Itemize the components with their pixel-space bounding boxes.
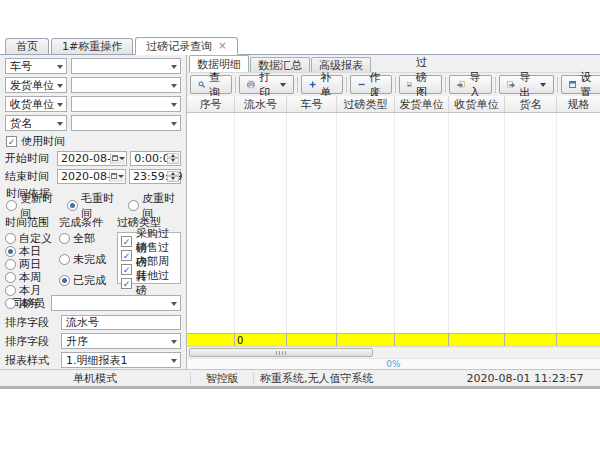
- radio-icon: [6, 200, 17, 211]
- chevron-down-icon: [171, 359, 177, 363]
- vehicle-value-combo[interactable]: [71, 58, 181, 74]
- radio-unfinished[interactable]: 未完成: [59, 253, 117, 265]
- start-time-label: 开始时间: [5, 151, 57, 166]
- field-selector-vehicle[interactable]: 车号: [5, 58, 67, 74]
- calendar-icon[interactable]: [110, 153, 125, 164]
- finish-label: 完成条件: [59, 215, 117, 230]
- supplement-order-button[interactable]: 补单: [301, 75, 343, 94]
- chevron-down-icon: [540, 83, 546, 87]
- import-icon: [457, 79, 465, 90]
- query-button[interactable]: 查询: [190, 75, 232, 94]
- filter-row-receiver: 收货单位: [5, 96, 181, 112]
- close-icon[interactable]: ×: [218, 41, 226, 51]
- field-selector-receiver[interactable]: 收货单位: [5, 96, 67, 112]
- field-selector-shipper[interactable]: 发货单位: [5, 77, 67, 93]
- toolbar-separator: [395, 77, 396, 93]
- summary-count: 0: [235, 334, 287, 346]
- export-button[interactable]: 导出: [499, 75, 554, 94]
- end-time-input[interactable]: 23:59:59: [129, 169, 181, 184]
- checkbox-checked-icon: ✓: [6, 136, 17, 147]
- use-time-checkbox[interactable]: ✓ 使用时间: [6, 134, 181, 148]
- receiver-value-combo[interactable]: [71, 96, 181, 112]
- toolbar-separator: [235, 77, 236, 93]
- weigh-photo-button[interactable]: 过磅图片: [399, 75, 442, 94]
- radio-tare-time[interactable]: 皮重时间: [128, 200, 181, 212]
- tab-weigh-record-query[interactable]: 过磅记录查询 ×: [135, 37, 237, 55]
- time-spinner[interactable]: [167, 153, 179, 164]
- report-style-row: 报表样式 1.明细报表1: [5, 351, 181, 369]
- column-header-vehicle[interactable]: 车号: [287, 96, 337, 112]
- radio-custom[interactable]: 自定义: [5, 232, 59, 244]
- end-date-input[interactable]: 2020-08-01: [57, 169, 126, 184]
- screen: 首页 1#称重操作 过磅记录查询 × 车号: [0, 0, 600, 450]
- settings-icon: [569, 79, 576, 90]
- status-edition: 智控版: [191, 370, 253, 386]
- goods-value-combo[interactable]: [71, 115, 181, 131]
- print-button[interactable]: 打印: [239, 75, 294, 94]
- radio-gross-time[interactable]: 毛重时间: [67, 200, 120, 212]
- data-panel: 数据明细 数据汇总 高级报表 查询: [186, 55, 600, 369]
- radio-finished[interactable]: 已完成: [59, 274, 117, 286]
- column-header-serial[interactable]: 流水号: [235, 96, 287, 112]
- picture-icon: [407, 79, 412, 90]
- radio-icon: [5, 259, 16, 270]
- status-system-name: 称重系统,无人值守系统: [254, 370, 450, 386]
- checkbox-other-weigh[interactable]: ✓其他过磅: [121, 277, 177, 289]
- chevron-down-icon: [171, 65, 177, 69]
- weigher-combo[interactable]: [51, 295, 181, 311]
- void-button[interactable]: 作废: [350, 75, 392, 94]
- column-header-receiver[interactable]: 收货单位: [449, 96, 505, 112]
- status-bar: 单机模式 智控版 称重系统,无人值守系统 2020-08-01 11:23:57: [0, 369, 600, 386]
- toolbar-separator: [557, 77, 558, 93]
- grid-body[interactable]: [187, 113, 600, 333]
- main-area: 车号 发货单位: [0, 55, 600, 369]
- column-header-shipper[interactable]: 发货单位: [395, 96, 449, 112]
- radio-two-days[interactable]: 两日: [5, 258, 59, 270]
- chevron-down-icon: [171, 122, 177, 126]
- column-header-goods[interactable]: 货名: [505, 96, 557, 112]
- radio-this-week[interactable]: 本周: [5, 271, 59, 283]
- field-selector-vehicle-label: 车号: [10, 59, 32, 74]
- radio-all[interactable]: 全部: [59, 232, 117, 244]
- field-selector-goods[interactable]: 货名: [5, 115, 67, 131]
- chevron-down-icon: [171, 302, 177, 306]
- tab-weigh-operation-label: 1#称重操作: [62, 39, 122, 54]
- sort-field-input[interactable]: 流水号: [61, 315, 181, 330]
- main-tab-strip: 首页 1#称重操作 过磅记录查询 ×: [0, 36, 600, 55]
- sort-order-combo[interactable]: 升序: [61, 333, 181, 349]
- tab-home[interactable]: 首页: [5, 38, 49, 54]
- scrollbar-thumb[interactable]: [189, 348, 373, 357]
- horizontal-scrollbar[interactable]: [187, 346, 600, 358]
- radio-selected-icon: [67, 200, 78, 211]
- radio-icon: [59, 254, 70, 265]
- import-button[interactable]: 导入: [449, 75, 492, 94]
- status-mode: 单机模式: [0, 370, 190, 386]
- calendar-icon[interactable]: [109, 171, 124, 182]
- sort-order-label: 排序字段: [5, 334, 61, 349]
- column-header-weigh-type[interactable]: 过磅类型: [337, 96, 395, 112]
- toolbar-separator: [346, 77, 347, 93]
- radio-update-time[interactable]: 更新时间: [6, 200, 59, 212]
- radio-today[interactable]: 本日: [5, 245, 59, 257]
- shipper-value-combo[interactable]: [71, 77, 181, 93]
- settings-button[interactable]: 设置: [561, 75, 600, 94]
- search-icon: [198, 79, 205, 90]
- end-time-row: 结束时间 2020-08-01 23:59:59: [5, 168, 181, 184]
- tab-weigh-operation[interactable]: 1#称重操作: [51, 38, 133, 54]
- report-style-combo[interactable]: 1.明细报表1: [61, 352, 181, 368]
- time-spinner[interactable]: [167, 171, 179, 182]
- chevron-down-icon: [57, 122, 63, 126]
- window-bottom-edge: [0, 386, 600, 389]
- time-basis-group: 更新时间 毛重时间 皮重时间: [6, 199, 181, 212]
- radio-icon: [59, 233, 70, 244]
- checkbox-checked-icon: ✓: [121, 236, 132, 247]
- sort-field-label: 排序字段: [5, 315, 61, 330]
- column-header-index[interactable]: 序号: [187, 96, 235, 112]
- start-date-input[interactable]: 2020-08-01: [57, 151, 127, 166]
- column-header-spec[interactable]: 规格: [557, 96, 600, 112]
- status-datetime: 2020-08-01 11:23:57: [450, 370, 600, 386]
- data-tab-strip: 数据明细 数据汇总 高级报表: [187, 55, 600, 72]
- start-time-input[interactable]: 0:00:00: [130, 151, 181, 166]
- sort-order-row: 排序字段 升序: [5, 332, 181, 350]
- minus-icon: [358, 79, 365, 90]
